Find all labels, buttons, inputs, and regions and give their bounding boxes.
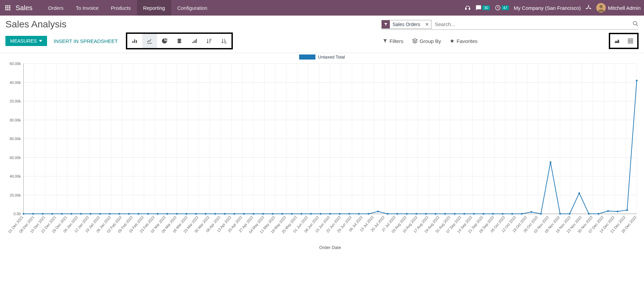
navbar-right: 30 47 My Company (San Francisco) Mitchel… — [465, 3, 641, 13]
main-menu: Orders To Invoice Products Reporting Con… — [42, 0, 214, 16]
messages-badge: 30 — [482, 5, 490, 10]
svg-rect-16 — [132, 41, 133, 43]
favorites-dropdown[interactable]: Favorites — [450, 38, 478, 44]
svg-point-204 — [320, 213, 321, 215]
svg-text:00.00k: 00.00k — [9, 118, 21, 122]
groupby-label: Group By — [420, 38, 441, 44]
svg-point-206 — [339, 213, 340, 215]
svg-point-14 — [633, 21, 637, 25]
layers-icon — [412, 38, 418, 44]
sort-desc2-button[interactable] — [217, 34, 231, 48]
menu-to-invoice[interactable]: To Invoice — [70, 0, 105, 16]
caret-down-icon — [39, 39, 42, 43]
svg-point-186 — [147, 213, 149, 215]
menu-orders[interactable]: Orders — [42, 0, 70, 16]
svg-line-15 — [636, 24, 638, 26]
svg-point-209 — [368, 213, 369, 215]
svg-rect-25 — [196, 39, 197, 43]
svg-point-190 — [185, 213, 187, 215]
avatar — [596, 3, 606, 13]
menu-products[interactable]: Products — [105, 0, 137, 16]
debug-icon[interactable] — [585, 4, 592, 12]
svg-point-227 — [540, 213, 542, 215]
svg-point-207 — [349, 213, 350, 215]
svg-point-231 — [578, 192, 580, 194]
user-menu[interactable]: Mitchell Admin — [596, 3, 641, 13]
svg-point-193 — [214, 213, 216, 215]
legend-swatch — [299, 54, 315, 60]
search-options: Filters Group By Favorites — [383, 38, 478, 44]
svg-point-214 — [416, 213, 417, 215]
svg-point-210 — [377, 211, 379, 212]
svg-point-200 — [281, 213, 283, 215]
favorites-label: Favorites — [457, 38, 478, 44]
svg-point-178 — [71, 213, 72, 215]
svg-text:60.00k: 60.00k — [9, 156, 21, 160]
svg-point-215 — [425, 213, 427, 215]
apps-icon[interactable] — [3, 3, 12, 12]
facet-label: Sales Orders — [390, 22, 423, 27]
chart-tools-group — [126, 32, 233, 49]
line-chart-button[interactable] — [142, 34, 157, 48]
app-brand[interactable]: Sales — [16, 4, 32, 12]
groupby-dropdown[interactable]: Group By — [412, 38, 441, 44]
support-icon[interactable] — [465, 5, 471, 11]
svg-point-185 — [138, 213, 139, 215]
svg-point-188 — [166, 213, 168, 215]
svg-rect-18 — [136, 40, 137, 43]
measures-button[interactable]: MEASURES — [5, 36, 47, 46]
svg-point-13 — [600, 5, 603, 8]
svg-point-236 — [626, 209, 628, 211]
pivot-view-button[interactable] — [624, 34, 637, 48]
filters-label: Filters — [390, 38, 403, 44]
svg-rect-2 — [9, 5, 10, 7]
svg-point-21 — [177, 42, 181, 43]
svg-rect-24 — [195, 40, 196, 43]
svg-rect-10 — [469, 8, 470, 10]
svg-text:60.00k: 60.00k — [9, 62, 21, 66]
control-panel: Sales Analysis Sales Orders ✕ MEASURES I… — [0, 16, 644, 53]
filter-icon — [382, 20, 390, 28]
menu-reporting[interactable]: Reporting — [137, 0, 171, 16]
measures-label: MEASURES — [10, 38, 37, 44]
svg-point-187 — [157, 213, 158, 215]
svg-point-226 — [531, 211, 532, 213]
svg-rect-8 — [9, 9, 10, 10]
insert-spreadsheet-button[interactable]: INSERT IN SPREADSHEET — [52, 36, 120, 46]
svg-point-201 — [291, 213, 293, 215]
svg-text:20.00k: 20.00k — [9, 193, 21, 197]
pie-chart-button[interactable] — [157, 34, 172, 48]
svg-point-225 — [521, 213, 523, 215]
company-selector[interactable]: My Company (San Francisco) — [514, 5, 581, 11]
search-bar[interactable]: Sales Orders ✕ — [381, 19, 639, 30]
svg-text:80.00k: 80.00k — [9, 137, 21, 141]
svg-point-196 — [243, 213, 245, 215]
chart-legend[interactable]: Untaxed Total — [3, 54, 641, 60]
svg-point-228 — [550, 161, 551, 163]
activities-icon[interactable]: 47 — [495, 5, 509, 11]
menu-configuration[interactable]: Configuration — [171, 0, 214, 16]
sort-desc-button[interactable] — [202, 34, 217, 48]
svg-point-198 — [262, 213, 264, 215]
graph-view-button[interactable] — [610, 34, 624, 48]
svg-point-175 — [42, 213, 44, 215]
filters-dropdown[interactable]: Filters — [383, 38, 403, 44]
svg-point-19 — [177, 39, 181, 40]
svg-point-20 — [177, 40, 181, 42]
svg-point-189 — [176, 213, 178, 215]
search-input[interactable] — [434, 21, 630, 28]
svg-point-199 — [272, 213, 273, 215]
svg-text:40.00k: 40.00k — [9, 81, 21, 85]
svg-point-219 — [463, 213, 465, 215]
line-chart: 0.0020.00k40.00k60.00k80.00k00.00k20.00k… — [3, 62, 641, 251]
messages-icon[interactable]: 30 — [475, 5, 490, 11]
sort-asc-button[interactable] — [187, 34, 202, 48]
facet-remove-icon[interactable]: ✕ — [423, 22, 431, 27]
svg-point-235 — [617, 211, 618, 212]
stacked-button[interactable] — [172, 34, 187, 48]
svg-point-173 — [23, 213, 24, 215]
search-icon[interactable] — [632, 21, 639, 28]
svg-point-229 — [559, 213, 561, 215]
bar-chart-button[interactable] — [127, 34, 142, 48]
search-facet-sales-orders: Sales Orders ✕ — [381, 20, 431, 29]
